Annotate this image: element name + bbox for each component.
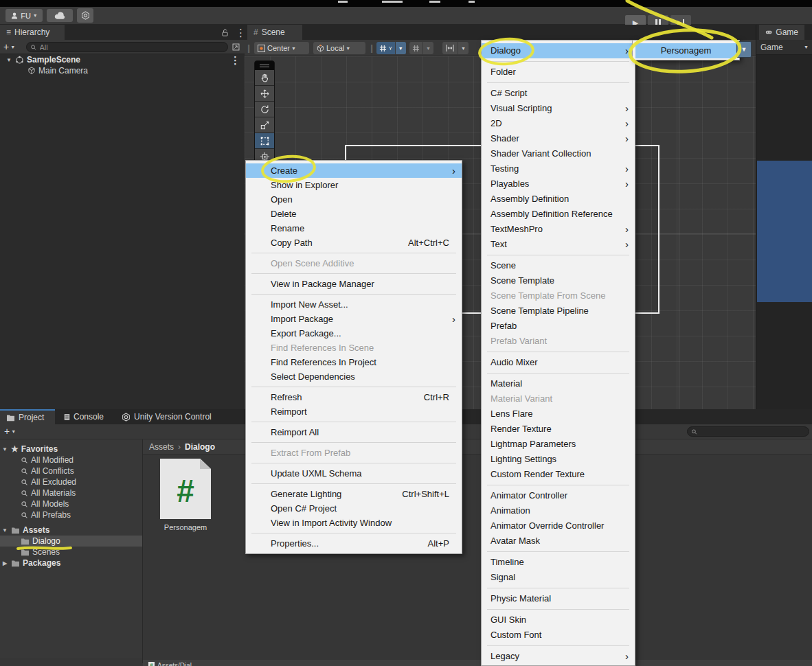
- menu-item-create[interactable]: Create›: [246, 163, 462, 178]
- tree-folder-packages[interactable]: ▶ Packages: [0, 558, 142, 569]
- menu-item-playables[interactable]: Playables›: [482, 176, 635, 192]
- move-tool-button[interactable]: [255, 86, 274, 102]
- menu-item-visual-scripting[interactable]: Visual Scripting›: [482, 101, 635, 116]
- game-display-dropdown[interactable]: Game ▼: [756, 40, 812, 55]
- menu-item-text[interactable]: Text›: [482, 237, 635, 252]
- menu-item-reimport[interactable]: Reimport: [246, 404, 462, 419]
- create-asset-button[interactable]: + ▼: [4, 426, 16, 436]
- menu-item-signal[interactable]: Signal: [482, 570, 635, 585]
- menu-item-testing[interactable]: Testing›: [482, 161, 635, 176]
- toolbar-drag-handle[interactable]: ||: [370, 43, 372, 53]
- menu-item-shader-variant-collection[interactable]: Shader Variant Collection: [482, 146, 635, 161]
- tree-folder-assets[interactable]: ▼ Assets: [0, 525, 142, 536]
- hand-tool-button[interactable]: [255, 70, 274, 86]
- menu-item-properties[interactable]: Properties...Alt+P: [246, 536, 462, 551]
- menu-item-c-script[interactable]: C# Script: [482, 86, 635, 101]
- menu-item-generate-lighting[interactable]: Generate LightingCtrl+Shift+L: [246, 487, 462, 501]
- menu-item-animator-controller[interactable]: Animator Controller: [482, 488, 635, 503]
- tree-folder-dialogo[interactable]: Dialogo: [0, 536, 142, 547]
- menu-item-gui-skin[interactable]: GUI Skin: [482, 612, 635, 628]
- foldout-closed-icon[interactable]: ▶: [1, 560, 8, 566]
- foldout-open-icon[interactable]: ▼: [1, 446, 8, 452]
- grid-dropdown[interactable]: ▼: [395, 42, 406, 54]
- menu-item-show-in-explorer[interactable]: Show in Explorer: [246, 178, 462, 192]
- menu-item-assembly-definition-reference[interactable]: Assembly Definition Reference: [482, 207, 635, 222]
- menu-item-scene-template-pipeline[interactable]: Scene Template Pipeline: [482, 303, 635, 319]
- menu-item-legacy[interactable]: Legacy›: [482, 649, 635, 664]
- menu-item-scene-template-from-scene[interactable]: Scene Template From Scene: [482, 288, 635, 303]
- tree-item-all-materials[interactable]: All Materials: [0, 487, 142, 498]
- menu-item-audio-mixer[interactable]: Audio Mixer: [482, 355, 635, 370]
- tab-scene[interactable]: # Scene: [247, 25, 302, 40]
- menu-item-export-package[interactable]: Export Package...: [246, 326, 462, 341]
- menu-item-2d[interactable]: 2D›: [482, 116, 635, 131]
- menu-item-import-package[interactable]: Import Package›: [246, 312, 462, 326]
- breadcrumb-root[interactable]: Assets: [149, 442, 174, 452]
- search-jump-icon[interactable]: [232, 43, 240, 51]
- menu-item-rename[interactable]: Rename: [246, 221, 462, 236]
- tab-game[interactable]: Game: [759, 25, 804, 40]
- menu-item-material[interactable]: Material: [482, 376, 635, 391]
- pivot-mode-button[interactable]: Center ▼: [254, 42, 309, 54]
- menu-item-copy-path[interactable]: Copy PathAlt+Ctrl+C: [246, 236, 462, 250]
- menu-item-reimport-all[interactable]: Reimport All: [246, 425, 462, 439]
- menu-item-custom-font[interactable]: Custom Font: [482, 628, 635, 643]
- menu-item-personagem[interactable]: Personagem: [635, 43, 736, 58]
- menu-item-extract-from-prefab[interactable]: Extract From Prefab: [246, 446, 462, 460]
- tab-project[interactable]: Project: [0, 409, 55, 424]
- tools-drag-handle[interactable]: [255, 61, 274, 70]
- menu-item-material-variant[interactable]: Material Variant: [482, 391, 635, 406]
- snap-button[interactable]: ▼: [409, 42, 433, 54]
- menu-item-assembly-definition[interactable]: Assembly Definition: [482, 192, 635, 207]
- hierarchy-search-field[interactable]: [26, 42, 228, 52]
- version-control-button[interactable]: [77, 8, 93, 23]
- menu-item-view-in-import-activity-window[interactable]: View in Import Activity Window: [246, 516, 462, 530]
- menu-item-prefab-variant[interactable]: Prefab Variant: [482, 334, 635, 349]
- menu-item-animation[interactable]: Animation: [482, 503, 635, 518]
- tree-item-all-conflicts[interactable]: All Conflicts: [0, 466, 142, 476]
- menu-item-avatar-mask[interactable]: Avatar Mask: [482, 533, 635, 549]
- menu-item-scene-template[interactable]: Scene Template: [482, 273, 635, 288]
- foldout-open-icon[interactable]: ▼: [1, 527, 8, 533]
- menu-item-refresh[interactable]: RefreshCtrl+R: [246, 390, 462, 404]
- rect-tool-button[interactable]: [255, 133, 274, 149]
- tab-unity-version-control[interactable]: Unity Version Control: [115, 409, 227, 424]
- menu-item-textmeshpro[interactable]: TextMeshPro›: [482, 222, 635, 237]
- hierarchy-row-main-camera[interactable]: Main Camera: [0, 65, 245, 76]
- menu-item-dialogo[interactable]: Dialogo›: [482, 43, 635, 58]
- rotate-tool-button[interactable]: [255, 102, 274, 117]
- lock-icon[interactable]: [221, 28, 229, 37]
- breadcrumb-current[interactable]: Dialogo: [185, 442, 215, 452]
- menu-item-delete[interactable]: Delete: [246, 207, 462, 221]
- menu-item-open-scene-additive[interactable]: Open Scene Additive: [246, 256, 462, 271]
- snap-increment-button[interactable]: ▼: [442, 42, 469, 54]
- menu-item-view-in-package-manager[interactable]: View in Package Manager: [246, 277, 462, 291]
- menu-item-lightmap-parameters[interactable]: Lightmap Parameters: [482, 437, 635, 452]
- scale-tool-button[interactable]: [255, 117, 274, 133]
- menu-item-folder[interactable]: Folder: [482, 65, 635, 80]
- menu-item-prefab[interactable]: Prefab: [482, 319, 635, 334]
- tree-item-all-excluded[interactable]: All Excluded: [0, 476, 142, 487]
- menu-item-lens-flare[interactable]: Lens Flare: [482, 406, 635, 422]
- menu-item-scene[interactable]: Scene: [482, 258, 635, 273]
- menu-item-render-texture[interactable]: Render Texture: [482, 422, 635, 437]
- menu-item-animator-override-controller[interactable]: Animator Override Controller: [482, 518, 635, 533]
- tree-item-all-prefabs[interactable]: All Prefabs: [0, 509, 142, 520]
- hierarchy-row-samplescene[interactable]: ▼ SampleScene ⋮: [0, 54, 245, 65]
- handle-rotation-button[interactable]: Local ▼: [313, 42, 365, 54]
- tree-folder-scenes[interactable]: Scenes: [0, 547, 142, 558]
- menu-item-find-references-in-project[interactable]: Find References In Project: [246, 355, 462, 369]
- foldout-open-icon[interactable]: ▼: [5, 57, 12, 63]
- menu-item-select-dependencies[interactable]: Select Dependencies: [246, 369, 462, 384]
- toolbar-drag-handle[interactable]: ||: [247, 43, 249, 53]
- menu-item-custom-render-texture[interactable]: Custom Render Texture: [482, 467, 635, 482]
- menu-item-open-c-project[interactable]: Open C# Project: [246, 501, 462, 516]
- tree-favorites-header[interactable]: ▼ ★ Favorites: [0, 444, 142, 455]
- cloud-button[interactable]: [47, 9, 73, 22]
- snap-dropdown[interactable]: ▼: [422, 42, 433, 54]
- menu-item-shader[interactable]: Shader›: [482, 131, 635, 146]
- tab-console[interactable]: Console: [58, 409, 110, 424]
- menu-item-update-uxml-schema[interactable]: Update UXML Schema: [246, 466, 462, 481]
- menu-item-lighting-settings[interactable]: Lighting Settings: [482, 452, 635, 467]
- tree-item-all-modified[interactable]: All Modified: [0, 455, 142, 466]
